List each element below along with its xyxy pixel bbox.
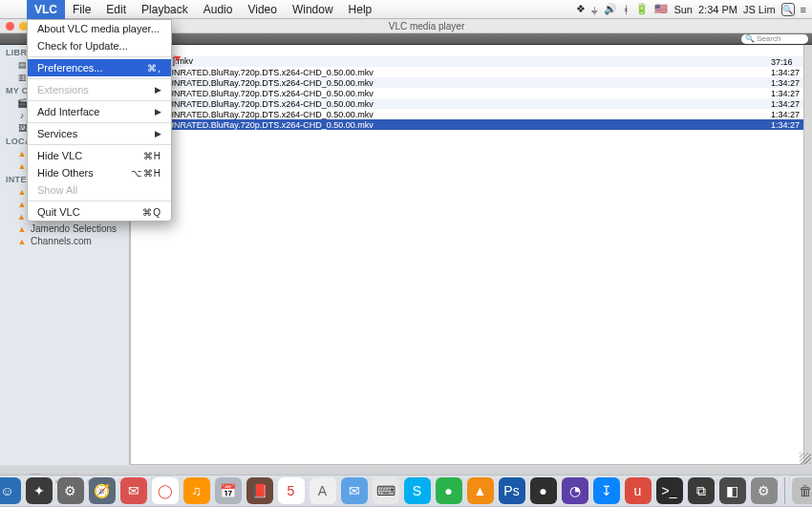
table-row[interactable]: let.2006.UNRATED.BluRay.720p.DTS.x264-CH… xyxy=(131,119,803,130)
dock-icon[interactable]: ▲ xyxy=(467,477,494,504)
dock-icon[interactable]: ◔ xyxy=(562,477,588,504)
dock-icon[interactable]: 📅 xyxy=(215,477,242,504)
menu-file[interactable]: File xyxy=(65,0,98,19)
menu-separator xyxy=(28,56,171,57)
playlist-icon: ▤ xyxy=(17,60,27,70)
dock-icon[interactable]: 📕 xyxy=(246,477,273,504)
table-row[interactable]: let.2006.UNRATED.BluRay.720p.DTS.x264-CH… xyxy=(131,77,803,88)
chevron-right-icon: ▶ xyxy=(155,85,161,95)
dock-icon[interactable]: ⌨ xyxy=(373,477,399,504)
chevron-right-icon: ▶ xyxy=(155,107,161,116)
menu-audio[interactable]: Audio xyxy=(196,0,241,19)
cone-icon: ▲ xyxy=(17,224,27,234)
dock-icon[interactable]: ● xyxy=(436,477,462,504)
cone-icon: ▲ xyxy=(17,212,26,222)
menu-separator xyxy=(28,201,171,201)
dock-icon[interactable]: ✦ xyxy=(26,477,53,504)
sidebar-item-channels[interactable]: ▲Channels.com xyxy=(0,235,129,247)
dock-icon[interactable]: >_ xyxy=(656,477,683,504)
dock-icon[interactable]: 5 xyxy=(278,477,305,504)
menu-edit[interactable]: Edit xyxy=(98,0,134,19)
playlist-area: 天之痕[25].mkv37:16 let.2006.UNRATED.BluRay… xyxy=(130,45,804,465)
dock-icon[interactable]: ◯ xyxy=(152,477,179,504)
search-placeholder: Search xyxy=(757,34,780,43)
dock-icon[interactable]: S xyxy=(404,477,431,504)
cone-icon: ▲ xyxy=(17,187,27,197)
cone-icon: ▲ xyxy=(17,149,27,158)
menu-playback[interactable]: Playback xyxy=(134,0,196,19)
kbd-shortcut: ⌘H xyxy=(143,151,161,161)
table-row[interactable]: 天之痕[25].mkv37:16 xyxy=(131,56,803,67)
status-area: ❖ ⏚ 🔊 ᚼ 🔋 🇺🇸 Sun 2:34 PM JS Lim 🔍 ≡ xyxy=(576,3,812,16)
dock-icon[interactable]: Ps xyxy=(499,477,525,504)
dock-icon[interactable]: A xyxy=(310,477,336,504)
table-row[interactable]: let.2006.UNRATED.BluRay.720p.DTS.x264-CH… xyxy=(131,67,803,77)
chevron-right-icon: ▶ xyxy=(155,129,161,138)
table-row[interactable]: let.2006.UNRATED.BluRay.720p.DTS.x264-CH… xyxy=(131,88,803,98)
menu-hide-vlc[interactable]: Hide VLC⌘H xyxy=(28,147,171,164)
menu-separator xyxy=(28,122,171,123)
status-icon[interactable]: ❖ xyxy=(576,3,586,15)
menu-separator xyxy=(28,100,171,101)
menu-about[interactable]: About VLC media player... xyxy=(28,20,171,37)
dock-icon[interactable]: ☺ xyxy=(0,477,21,504)
menu-quit[interactable]: Quit VLC⌘Q xyxy=(28,203,171,221)
menu-separator xyxy=(28,144,171,145)
sidebar-item-jamendo[interactable]: ▲Jamendo Selections xyxy=(0,222,129,235)
dock-icon[interactable]: ↧ xyxy=(593,477,620,504)
dock-icon[interactable]: u xyxy=(625,477,652,504)
dock-icon[interactable]: ✉ xyxy=(341,477,368,504)
close-window-button[interactable] xyxy=(6,22,14,31)
pictures-icon: 🖼 xyxy=(17,123,27,133)
menu-help[interactable]: Help xyxy=(341,0,380,19)
table-row[interactable]: let.2006.UNRATED.BluRay.720p.DTS.x264-CH… xyxy=(131,98,803,109)
menu-check-update[interactable]: Check for Update... xyxy=(28,37,171,54)
notification-icon[interactable]: ≡ xyxy=(801,4,806,15)
dock-icon[interactable]: ⧉ xyxy=(688,477,715,504)
dock-icon[interactable]: ● xyxy=(530,477,557,504)
dock-icon[interactable]: 🧭 xyxy=(89,477,116,504)
kbd-shortcut: ⌘Q xyxy=(142,207,161,218)
menu-window[interactable]: Window xyxy=(285,0,341,19)
table-row[interactable]: let.2006.UNRATED.BluRay.720p.DTS.x264-CH… xyxy=(131,109,803,119)
search-icon: 🔍 xyxy=(745,34,755,43)
cone-icon: ▲ xyxy=(17,237,27,246)
music-icon: ♪ xyxy=(17,111,27,120)
dock-icon[interactable]: ⚙ xyxy=(751,477,778,504)
flag-icon[interactable]: 🇺🇸 xyxy=(654,3,668,15)
kbd-shortcut: ⌥⌘H xyxy=(131,168,161,179)
menu-video[interactable]: Video xyxy=(240,0,284,19)
volume-icon[interactable]: 🔊 xyxy=(604,3,617,15)
menu-services[interactable]: Services▶ xyxy=(28,125,171,142)
dock-icon[interactable]: ◧ xyxy=(719,477,746,504)
menu-extensions: Extensions▶ xyxy=(28,81,171,98)
video-icon: 🎬 xyxy=(17,98,27,108)
dock-divider xyxy=(784,477,785,504)
bluetooth-icon[interactable]: ᚼ xyxy=(623,4,630,15)
window-title: VLC media player xyxy=(389,21,464,32)
menubar: VLC File Edit Playback Audio Video Windo… xyxy=(0,0,812,19)
menu-show-all: Show All xyxy=(28,181,171,199)
playlist: 天之痕[25].mkv37:16 let.2006.UNRATED.BluRay… xyxy=(131,56,803,130)
time-label: 2:34 PM xyxy=(698,4,737,15)
menu-add-interface[interactable]: Add Interface▶ xyxy=(28,103,171,120)
dock-icon[interactable]: 🗑 xyxy=(792,477,813,504)
cone-icon: ▲ xyxy=(17,161,27,171)
cone-icon: ▲ xyxy=(17,200,27,209)
app-menu-vlc[interactable]: VLC xyxy=(27,0,65,19)
menu-hide-others[interactable]: Hide Others⌥⌘H xyxy=(28,164,171,181)
menu-separator xyxy=(28,78,171,79)
dock-icon[interactable]: ⚙ xyxy=(57,477,84,504)
search-input[interactable]: 🔍 Search xyxy=(741,34,808,44)
resize-handle[interactable] xyxy=(800,453,811,464)
user-label[interactable]: JS Lim xyxy=(743,4,776,15)
kbd-shortcut: ⌘, xyxy=(147,63,161,74)
wifi-icon[interactable]: ⏚ xyxy=(591,4,598,15)
menu-preferences[interactable]: Preferences...⌘, xyxy=(28,59,171,76)
vlc-app-menu-dropdown: About VLC media player... Check for Upda… xyxy=(27,19,172,222)
dock-icon[interactable]: ✉ xyxy=(120,477,147,504)
spotlight-icon[interactable]: 🔍 xyxy=(781,3,795,16)
dock-icon[interactable]: ♫ xyxy=(183,477,210,504)
battery-icon[interactable]: 🔋 xyxy=(635,3,649,15)
dock: ☺✦⚙🧭✉◯♫📅📕5A✉⌨S●▲Ps●◔↧u>_⧉◧⚙🗑 xyxy=(0,465,812,507)
